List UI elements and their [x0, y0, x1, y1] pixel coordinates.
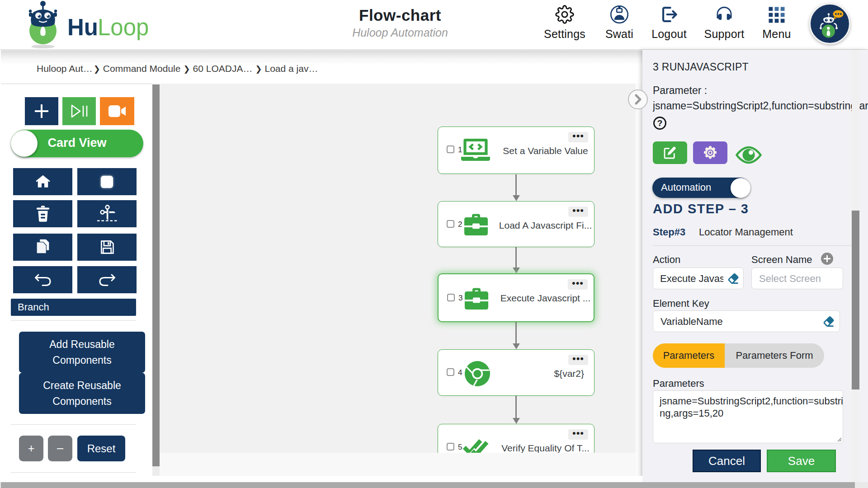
svg-text:Loop: Loop [98, 14, 149, 40]
svg-text:Hu: Hu [67, 14, 98, 40]
